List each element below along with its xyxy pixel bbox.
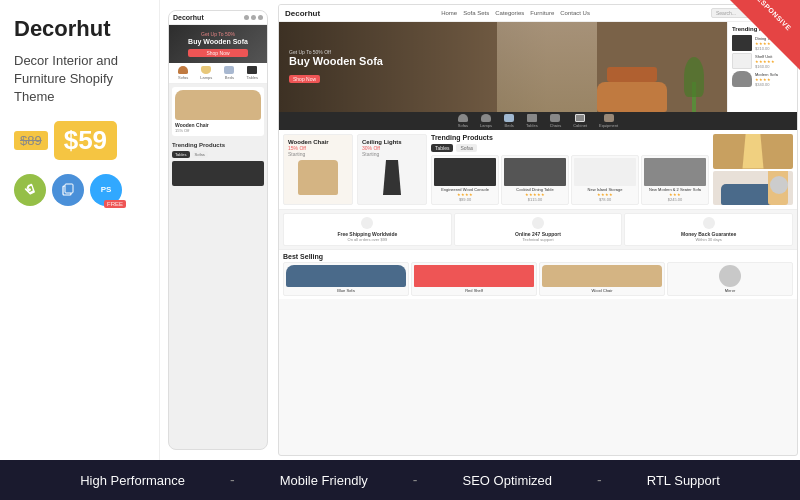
trending-tab-sofas[interactable]: Sofas — [456, 144, 477, 152]
cat-bed[interactable]: Beds — [504, 114, 514, 128]
mobile-menu-icon[interactable] — [258, 15, 263, 20]
category-bar: Sofas Lamps Beds Tables — [279, 112, 797, 130]
right-sofa-img — [713, 171, 793, 206]
right-images-column — [713, 134, 793, 205]
desktop-nav: Home Sofa Sets Categories Furniture Cont… — [441, 10, 590, 16]
cat-sofa-icon — [458, 114, 468, 122]
svg-rect-1 — [65, 184, 73, 193]
trending-section-tabs: Tables Sofas — [431, 144, 709, 152]
feature-high-performance: High Performance — [80, 473, 185, 488]
trending-section-title: Trending Products — [431, 134, 709, 141]
feat-shipping: Free Shipping Worldwide On all orders ov… — [283, 213, 452, 246]
mobile-cart-icon[interactable] — [251, 15, 256, 20]
trending-tab-tables[interactable]: Tables — [431, 144, 453, 152]
t-prod-price-2: $115.00 — [504, 197, 566, 202]
chair-promo-card[interactable]: Wooden Chair 15% Off Starting — [283, 134, 353, 205]
mobile-product-sub: 15% Off — [175, 128, 261, 133]
desktop-brand: Decorhut — [285, 9, 320, 18]
cat-sofa[interactable]: Sofas — [458, 114, 468, 128]
trending-prod-1[interactable]: Engineered Wood Console ★★★★ $99.00 — [431, 155, 499, 205]
badges: PS FREE — [14, 174, 145, 206]
trending-prod-4[interactable]: New Modern & 2 Seater Sofa ★★★ $245.00 — [641, 155, 709, 205]
t-prod-img-1 — [434, 158, 496, 186]
right-lamp-img — [713, 134, 793, 169]
bs-img-3 — [542, 265, 662, 287]
t-prod-img-4 — [644, 158, 706, 186]
mobile-search-icon[interactable] — [244, 15, 249, 20]
nav-furniture[interactable]: Furniture — [530, 10, 554, 16]
tagline: Decor Interior and Furniture Shopify The… — [14, 52, 145, 107]
mobile-thumb-img — [172, 161, 264, 186]
lamp-icon — [201, 66, 211, 74]
feat-shipping-icon — [361, 217, 373, 229]
nav-contact[interactable]: Contact Us — [560, 10, 590, 16]
table-icon — [247, 66, 257, 74]
trending-item-3[interactable]: Modern Sofa ★★★★ $340.00 — [732, 71, 793, 87]
top-section: Decorhut Decor Interior and Furniture Sh… — [0, 0, 800, 460]
mobile-tabs: Tables Sofas — [172, 151, 264, 158]
trending-prod-3[interactable]: New Island Storage ★★★★ $78.00 — [571, 155, 639, 205]
nav-sofa[interactable]: Sofa Sets — [463, 10, 489, 16]
trending-prod-2[interactable]: Cocktail Dining Table ★★★★★ $115.00 — [501, 155, 569, 205]
trending-product-grid: Engineered Wood Console ★★★★ $99.00 Cock… — [431, 155, 709, 205]
feat-money: Money Back Guarantee Within 30 days — [624, 213, 793, 246]
mobile-nav-beds[interactable]: Beds — [224, 66, 234, 80]
feat-returns-icon — [532, 217, 544, 229]
bs-item-1[interactable]: Blue Sofa — [283, 262, 409, 296]
badge-copy[interactable] — [52, 174, 84, 206]
lights-promo-card[interactable]: Ceiling Lights 30% Off Starting — [357, 134, 427, 205]
mobile-nav-lamps[interactable]: Lamps — [200, 66, 212, 80]
badge-ps-wrapper: PS FREE — [90, 174, 122, 206]
cat-chair-icon — [550, 114, 560, 122]
cat-chairs[interactable]: Chairs — [550, 114, 562, 128]
separator-1: - — [230, 472, 235, 488]
bs-img-4 — [719, 265, 741, 287]
bottom-bar: High Performance - Mobile Friendly - SEO… — [0, 460, 800, 500]
mobile-tab-tables[interactable]: Tables — [172, 151, 190, 158]
hero-cta-btn[interactable]: Shop Now — [289, 75, 320, 83]
cat-cabinet[interactable]: Cabinet — [573, 114, 587, 128]
responsive-badge-triangle — [730, 0, 800, 70]
mobile-preview: Decorhut Get Up To 50% Buy Wooden Sofa S… — [168, 10, 268, 450]
feat-money-icon — [703, 217, 715, 229]
nav-categories[interactable]: Categories — [495, 10, 524, 16]
left-panel: Decorhut Decor Interior and Furniture Sh… — [0, 0, 160, 460]
t-prod-img-2 — [504, 158, 566, 186]
bs-item-2[interactable]: Red Shelf — [411, 262, 537, 296]
mobile-nav-icons: Sofas Lamps Beds Tables — [169, 63, 267, 84]
cat-table[interactable]: Tables — [526, 114, 538, 128]
bs-img-2 — [414, 265, 534, 287]
new-price: $59 — [54, 121, 117, 160]
hero-title: Buy Wooden Sofa — [289, 55, 383, 67]
feature-rtl-support: RTL Support — [647, 473, 720, 488]
cat-equipment[interactable]: Equipment — [599, 114, 618, 128]
old-price: $89 — [14, 131, 48, 150]
badge-shopify[interactable] — [14, 174, 46, 206]
cat-equipment-icon — [604, 114, 614, 122]
hero-text-block: Get Up To 50% Off Buy Wooden Sofa Shop N… — [289, 49, 383, 85]
mobile-tab-sofas[interactable]: Sofas — [192, 151, 208, 158]
mobile-nav-tables[interactable]: Tables — [246, 66, 258, 80]
mobile-product-card: Wooden Chair 15% Off — [172, 87, 264, 136]
bs-item-3[interactable]: Wood Chair — [539, 262, 665, 296]
separator-3: - — [597, 472, 602, 488]
mobile-shop-btn[interactable]: Shop Now — [188, 49, 248, 58]
mobile-trending-title: Trending Products — [172, 142, 264, 148]
lights-img — [377, 160, 407, 195]
mobile-icons — [244, 15, 263, 20]
mobile-nav-sofas[interactable]: Sofas — [178, 66, 188, 80]
features-row: Free Shipping Worldwide On all orders ov… — [279, 209, 797, 249]
sofa-icon — [178, 66, 188, 74]
feature-seo-optimized: SEO Optimized — [463, 473, 553, 488]
mobile-hero-text: Get Up To 50% Buy Wooden Sofa Shop Now — [188, 31, 248, 57]
nav-home[interactable]: Home — [441, 10, 457, 16]
bed-icon — [224, 66, 234, 74]
main-container: Decorhut Decor Interior and Furniture Sh… — [0, 0, 800, 500]
cat-cabinet-icon — [575, 114, 585, 122]
wide-desktop: Decorhut Home Sofa Sets Categories Furni… — [278, 4, 798, 456]
price-box: $89 $59 — [14, 121, 117, 160]
mobile-hero: Get Up To 50% Buy Wooden Sofa Shop Now — [169, 25, 267, 63]
cat-lamp[interactable]: Lamps — [480, 114, 492, 128]
bs-item-4[interactable]: Mirror — [667, 262, 793, 296]
products-features-row: Wooden Chair 15% Off Starting Ceiling Li… — [279, 130, 797, 209]
